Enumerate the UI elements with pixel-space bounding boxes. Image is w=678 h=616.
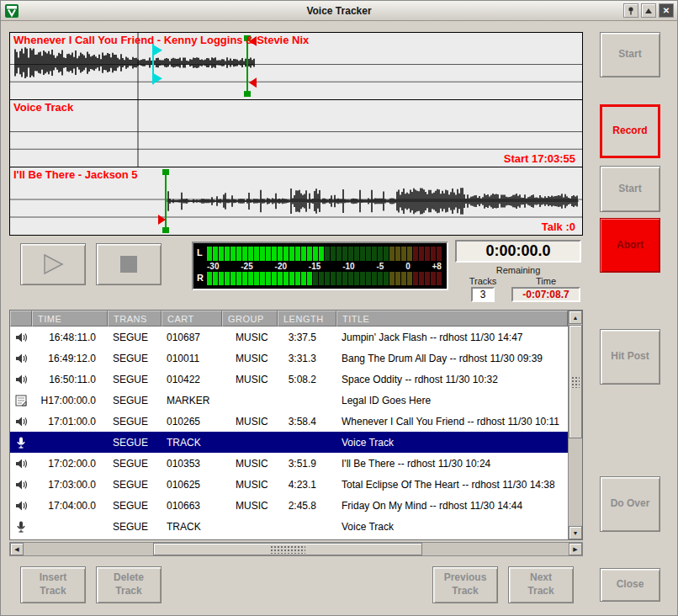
- cell-group: MUSIC: [222, 458, 278, 470]
- start-button-1[interactable]: Start: [600, 32, 660, 77]
- cell-trans: SEGUE: [108, 437, 162, 449]
- previous-track-button[interactable]: Previous Track: [432, 566, 498, 603]
- strip-3-annotation: Talk :0: [542, 220, 575, 233]
- track-strip-1[interactable]: Whenever I Call You Friend - Kenny Loggi…: [10, 33, 582, 100]
- cell-length: 3:51.9: [278, 458, 336, 470]
- cell-title: Voice Track: [336, 437, 568, 449]
- header-length[interactable]: LENGTH: [278, 311, 336, 327]
- cell-cart: 010663: [162, 500, 222, 512]
- cell-group: MUSIC: [222, 332, 278, 343]
- right-arrow-icon: ▶: [573, 546, 577, 553]
- cell-title: Friday On My Mind -- rdhost 11/30 14:44: [336, 500, 568, 512]
- marker-icon: [10, 394, 32, 407]
- audio-meter: L -30 -25 -20 -15 -10 -5 0 +8 R: [192, 242, 448, 290]
- playlist-horizontal-scrollbar[interactable]: ◀ ▶: [9, 542, 583, 556]
- tracks-label: Tracks: [455, 276, 511, 286]
- strip-1-title: Whenever I Call You Friend - Kenny Loggi…: [13, 34, 309, 46]
- cell-cart: MARKER: [162, 395, 222, 406]
- header-trans[interactable]: TRANS: [108, 311, 162, 327]
- time-label: Time: [511, 276, 581, 286]
- abort-button[interactable]: Abort: [600, 218, 660, 273]
- header-group[interactable]: GROUP: [222, 311, 278, 327]
- vertical-scroll-thumb[interactable]: [569, 325, 582, 438]
- app-icon: [5, 4, 19, 18]
- cell-time: 17:01:00.0: [32, 416, 108, 427]
- pin-icon: [627, 6, 635, 15]
- cell-time: 17:03:00.0: [32, 479, 108, 491]
- strip-3-title: I'll Be There - Jackson 5: [13, 168, 138, 181]
- microphone-icon: [10, 436, 32, 449]
- playlist-rows: 16:48:11.0SEGUE010687MUSIC3:37.5Jumpin' …: [10, 327, 568, 537]
- cell-title: Legal ID Goes Here: [336, 395, 568, 406]
- cell-cart: 010687: [162, 332, 222, 343]
- up-arrow-icon: ▲: [573, 315, 579, 321]
- hit-post-button[interactable]: Hit Post: [600, 329, 660, 385]
- thumb-grip: [270, 545, 305, 554]
- microphone-icon: [10, 520, 32, 534]
- header-cart[interactable]: CART: [162, 311, 222, 327]
- cell-trans: SEGUE: [108, 416, 162, 427]
- header-title[interactable]: TITLE: [336, 311, 568, 327]
- shade-button[interactable]: [641, 3, 656, 18]
- next-track-button[interactable]: Next Track: [508, 566, 574, 603]
- meter-scale-label: -25: [241, 261, 252, 272]
- meter-scale-label: -15: [309, 261, 320, 272]
- scroll-down-button[interactable]: ▼: [569, 526, 582, 539]
- remaining-time-value: -0:07:08.7: [511, 287, 580, 302]
- window-title: Voice Tracker: [1, 5, 677, 17]
- playlist-row[interactable]: H17:00:00.0SEGUEMARKERLegal ID Goes Here: [10, 390, 568, 411]
- header-time[interactable]: TIME: [32, 311, 108, 327]
- cell-time: 17:02:00.0: [32, 458, 108, 470]
- cell-group: MUSIC: [222, 374, 278, 385]
- playlist-row[interactable]: 16:48:11.0SEGUE010687MUSIC3:37.5Jumpin' …: [10, 327, 568, 348]
- playlist-row[interactable]: 17:02:00.0SEGUE010353MUSIC3:51.9I'll Be …: [10, 453, 568, 474]
- playlist-row[interactable]: 17:04:00.0SEGUE010663MUSIC2:45.8Friday O…: [10, 495, 568, 516]
- speaker-icon: [10, 457, 32, 470]
- up-arrow-icon: [644, 7, 653, 15]
- cell-cart: TRACK: [162, 437, 222, 449]
- close-button[interactable]: Close: [600, 568, 660, 602]
- cell-trans: SEGUE: [108, 353, 162, 364]
- playlist-row[interactable]: 17:01:00.0SEGUE010265MUSIC3:58.4Whenever…: [10, 411, 568, 432]
- voice-tracker-window: Voice Tracker ✕ Whenever I Call You Frie…: [0, 0, 678, 616]
- cell-trans: SEGUE: [108, 395, 162, 406]
- meter-scale-label: -30: [207, 261, 219, 272]
- close-window-button[interactable]: ✕: [659, 3, 674, 18]
- delete-track-button[interactable]: Delete Track: [96, 566, 162, 603]
- play-button[interactable]: [20, 243, 86, 285]
- stop-button[interactable]: [96, 243, 162, 285]
- cell-length: 5:08.2: [278, 374, 336, 385]
- playlist-row[interactable]: 16:50:11.0SEGUE010422MUSIC5:08.2Space Od…: [10, 369, 568, 390]
- insert-track-button[interactable]: Insert Track: [20, 566, 86, 603]
- header-icon-column[interactable]: [10, 311, 32, 327]
- cell-cart: TRACK: [162, 521, 222, 533]
- remaining-tracks-value: 3: [471, 287, 495, 302]
- cell-cart: 010625: [162, 479, 222, 491]
- playlist-row[interactable]: SEGUETRACKVoice Track: [10, 432, 568, 453]
- start-button-2[interactable]: Start: [600, 166, 660, 212]
- record-button[interactable]: Record: [600, 104, 660, 158]
- meter-scale-label: -10: [342, 261, 354, 272]
- play-icon: [40, 253, 66, 275]
- playlist: TIME TRANS CART GROUP LENGTH TITLE 16:48…: [9, 310, 583, 540]
- playlist-vertical-scrollbar[interactable]: ▲ ▼: [568, 311, 582, 539]
- titlebar[interactable]: Voice Tracker ✕: [1, 1, 677, 21]
- playlist-row[interactable]: 17:03:00.0SEGUE010625MUSIC4:23.1Total Ec…: [10, 474, 568, 495]
- track-strip-2[interactable]: Voice Track Start 17:03:55: [10, 100, 582, 167]
- do-over-button[interactable]: Do Over: [600, 476, 660, 532]
- scroll-up-button[interactable]: ▲: [569, 311, 582, 324]
- stop-icon: [119, 254, 139, 274]
- scroll-left-button[interactable]: ◀: [10, 543, 24, 555]
- playlist-row[interactable]: 16:49:12.0SEGUE010011MUSIC3:31.3Bang The…: [10, 348, 568, 369]
- strip-2-annotation: Start 17:03:55: [504, 152, 575, 165]
- cell-time: 17:04:00.0: [32, 500, 108, 512]
- cell-length: 3:58.4: [278, 416, 336, 427]
- cell-time: 16:50:11.0: [32, 374, 108, 385]
- track-strip-3[interactable]: I'll Be There - Jackson 5 Talk :0: [10, 167, 582, 235]
- waveform-strip-2[interactable]: [10, 100, 582, 167]
- scroll-right-button[interactable]: ▶: [569, 543, 582, 555]
- horizontal-scroll-thumb[interactable]: [153, 543, 422, 555]
- pin-button[interactable]: [623, 3, 638, 18]
- playlist-row[interactable]: SEGUETRACKVoice Track: [10, 516, 568, 537]
- meter-right-label: R: [197, 272, 207, 286]
